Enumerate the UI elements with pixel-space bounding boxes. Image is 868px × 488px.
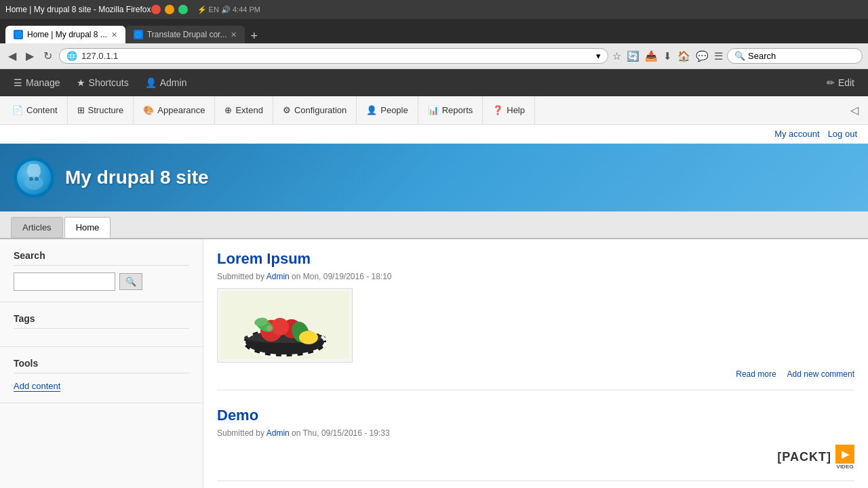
manage-menu-item[interactable]: ☰ Manage — [5, 72, 68, 94]
pencil-icon: ✏ — [827, 77, 835, 88]
svg-point-3 — [35, 177, 39, 181]
svg-point-12 — [299, 331, 318, 344]
add-content-link[interactable]: Add content — [14, 381, 60, 392]
article-image-1 — [217, 288, 353, 363]
help-icon: ❓ — [492, 105, 503, 115]
star-icon: ★ — [77, 77, 85, 88]
tab-close-1[interactable]: ✕ — [111, 30, 117, 39]
submitted-by-text-2: Submitted by — [217, 428, 267, 438]
my-account-link[interactable]: My account — [774, 129, 819, 139]
back-btn[interactable]: ◀ — [5, 48, 19, 64]
system-tray: ⚡ EN 🔊 4:44 PM — [197, 5, 260, 14]
collapse-sidebar-icon[interactable]: ◁ — [850, 104, 859, 117]
article-title-2[interactable]: Demo — [217, 407, 854, 424]
address-dropdown-icon[interactable]: ▾ — [596, 51, 601, 61]
tab-active[interactable]: 🌐 Home | My drupal 8 ... ✕ — [5, 26, 125, 43]
main-content: Lorem Ipsum Submitted by Admin on Mon, 0… — [203, 239, 868, 488]
edit-menu-item[interactable]: ✏ Edit — [818, 72, 863, 94]
sidebar-tags-title: Tags — [14, 313, 189, 329]
article-date-1: on Mon, 09/19/2016 - 18:10 — [292, 272, 391, 281]
close-window-btn[interactable] — [151, 5, 161, 14]
address-bar[interactable]: 🌐 127.0.1.1 ▾ — [59, 48, 608, 64]
svg-point-1 — [24, 176, 43, 190]
people-label: People — [380, 105, 408, 115]
nav-appearance[interactable]: 🎨 Appearance — [134, 96, 215, 124]
svg-point-10 — [271, 318, 289, 336]
forward-btn[interactable]: ▶ — [23, 48, 37, 64]
browser-search-box[interactable]: 🔍 Search — [727, 48, 863, 64]
sidebar-search-title: Search — [14, 250, 189, 266]
tab-inactive[interactable]: 🌐 Translate Drupal cor... ✕ — [125, 26, 245, 43]
nav-reports[interactable]: 📊 Reports — [418, 96, 484, 124]
packt-video-text: VIDEO — [837, 464, 854, 470]
sidebar-search-input[interactable] — [14, 272, 115, 291]
browser-tabbar: 🌐 Home | My drupal 8 ... ✕ 🌐 Translate D… — [0, 19, 868, 43]
download-icon[interactable]: ⬇ — [663, 50, 672, 62]
sidebar: Search 🔍 Tags Tools Add content — [0, 239, 203, 488]
admin-toolbar: ☰ Manage ★ Shortcuts 👤 Admin ✏ Edit — [0, 69, 868, 96]
new-tab-btn[interactable]: + — [245, 29, 263, 43]
browser-search-placeholder: Search — [748, 51, 776, 61]
tab-articles[interactable]: Articles — [11, 217, 63, 238]
manage-label: Manage — [26, 77, 60, 88]
nav-extend[interactable]: ⊕ Extend — [215, 96, 273, 124]
address-text: 127.0.1.1 — [81, 51, 592, 61]
nav-people[interactable]: 👤 People — [357, 96, 418, 124]
configuration-label: Configuration — [294, 105, 347, 115]
logout-link[interactable]: Log out — [828, 129, 857, 139]
tab-label-2: Translate Drupal cor... — [147, 30, 227, 39]
sync-icon[interactable]: 🔄 — [627, 50, 639, 62]
add-comment-link-1[interactable]: Add new comment — [787, 369, 854, 379]
nav-configuration[interactable]: ⚙ Configuration — [273, 96, 357, 124]
nav-help[interactable]: ❓ Help — [483, 96, 535, 124]
sidebar-search-button[interactable]: 🔍 — [119, 273, 142, 290]
sidebar-search-section: Search 🔍 — [0, 239, 203, 302]
edit-label: Edit — [838, 77, 854, 88]
sidebar-tools-title: Tools — [14, 358, 189, 373]
shortcuts-menu-item[interactable]: ★ Shortcuts — [68, 72, 137, 94]
home-icon[interactable]: 🏠 — [677, 50, 690, 62]
browser-window-controls: ⚡ EN 🔊 4:44 PM — [151, 5, 260, 14]
bookmark-star-icon[interactable]: ☆ — [612, 50, 621, 62]
maximize-window-btn[interactable] — [178, 5, 188, 14]
browser-title: Home | My drupal 8 site - Mozilla Firefo… — [5, 5, 151, 14]
packt-text: [PACKT] — [777, 450, 831, 464]
minimize-window-btn[interactable] — [165, 5, 174, 14]
extend-icon: ⊕ — [224, 105, 232, 115]
tab-close-2[interactable]: ✕ — [231, 30, 237, 39]
article-author-2[interactable]: Admin — [267, 428, 290, 438]
appearance-label: Appearance — [157, 105, 205, 115]
structure-icon: ⊞ — [77, 105, 85, 115]
read-more-link-1[interactable]: Read more — [736, 369, 776, 379]
tab-home[interactable]: Home — [64, 217, 111, 238]
site-title: My drupal 8 site — [65, 167, 209, 188]
reports-icon: 📊 — [428, 105, 439, 115]
nav-structure[interactable]: ⊞ Structure — [68, 96, 134, 124]
browser-titlebar: Home | My drupal 8 site - Mozilla Firefo… — [0, 0, 868, 19]
admin-menu-item[interactable]: 👤 Admin — [137, 72, 195, 94]
tab-favicon-2: 🌐 — [134, 30, 143, 39]
nav-content[interactable]: 📄 Content — [3, 96, 68, 124]
chat-icon[interactable]: 💬 — [696, 50, 709, 62]
reload-btn[interactable]: ↻ — [41, 48, 55, 64]
structure-label: Structure — [88, 105, 124, 115]
page-tabs: Articles Home — [0, 211, 868, 239]
pocket-icon[interactable]: 📥 — [645, 50, 658, 62]
sidebar-search-row: 🔍 — [14, 272, 189, 291]
site-header: My drupal 8 site — [0, 144, 868, 211]
tab-favicon-1: 🌐 — [14, 30, 23, 39]
hamburger-icon: ☰ — [14, 77, 22, 88]
reports-label: Reports — [442, 105, 473, 115]
sidebar-tools-section: Tools Add content — [0, 347, 203, 403]
page-body: Search 🔍 Tags Tools Add content Lorem Ip… — [0, 239, 868, 488]
help-label: Help — [507, 105, 525, 115]
menu-icon[interactable]: ☰ — [714, 50, 723, 62]
shortcuts-label: Shortcuts — [89, 77, 129, 88]
user-links-bar: My account Log out — [0, 125, 868, 144]
content-icon: 📄 — [12, 105, 23, 115]
appearance-icon: 🎨 — [143, 105, 154, 115]
article-title-1[interactable]: Lorem Ipsum — [217, 250, 854, 268]
article-meta-2: Submitted by Admin on Thu, 09/15/2016 - … — [217, 428, 854, 438]
content-label: Content — [26, 105, 58, 115]
article-author-1[interactable]: Admin — [267, 272, 290, 281]
